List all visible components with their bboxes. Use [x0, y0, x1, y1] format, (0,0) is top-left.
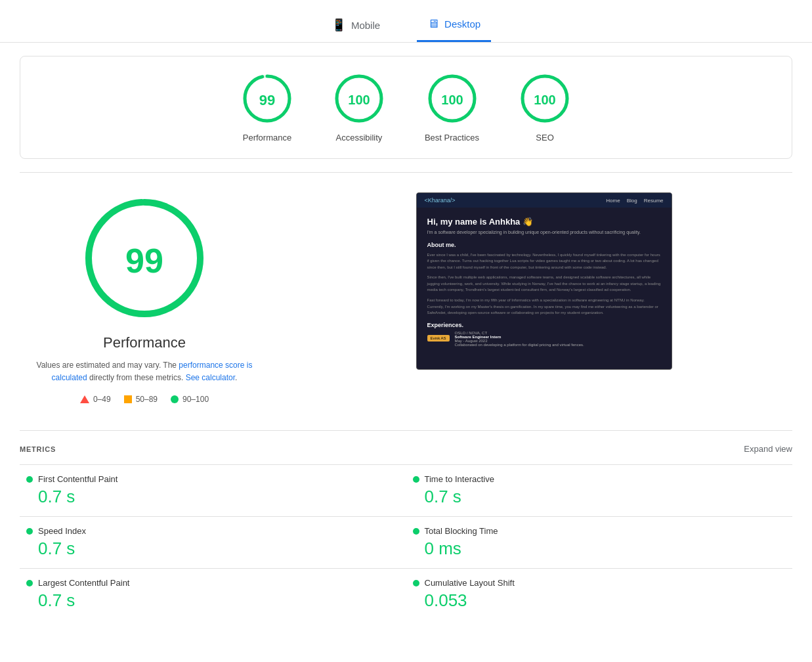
circle-icon	[171, 395, 179, 403]
main-content: 99 Performance Values are estimated and …	[20, 179, 792, 424]
scores-card: 99 Performance 100 Accessibility 100 Bes…	[20, 56, 792, 159]
metric-tti-row: Time to Interactive	[413, 474, 786, 484]
gauge-title: Performance	[103, 334, 186, 351]
gauge-container: 99	[79, 192, 210, 324]
metric-cls-name: Cumulative Layout Shift	[425, 578, 515, 588]
score-circle-accessibility: 100	[333, 72, 385, 125]
tabs-bar: 📱 Mobile 🖥 Desktop	[0, 0, 812, 43]
score-circle-best-practices: 100	[426, 72, 479, 125]
metric-tti[interactable]: Time to Interactive 0.7 s	[406, 464, 793, 516]
desktop-icon: 🖥	[427, 17, 439, 31]
mock-hero: Hi, my name is Anhkha 👋 I'm a software d…	[417, 208, 672, 355]
gauge-desc: Values are estimated and may vary. The p…	[33, 359, 256, 384]
expand-view-button[interactable]: Expand view	[744, 444, 792, 454]
metric-si-dot	[26, 528, 33, 535]
metric-cls-value: 0.053	[413, 590, 786, 611]
metric-tti-name: Time to Interactive	[425, 474, 494, 484]
mock-hero-subtitle: I'm a software developer specializing in…	[427, 229, 661, 236]
metric-lcp-dot	[26, 580, 33, 586]
metric-tbt-row: Total Blocking Time	[413, 526, 786, 536]
metric-lcp-value: 0.7 s	[26, 590, 400, 611]
metric-fcp-value: 0.7 s	[26, 487, 400, 507]
mock-exp-section: Experiences. Evink AS OSLO / NOVA, CT So…	[427, 322, 661, 347]
mock-nav-resume: Resume	[644, 198, 664, 204]
screenshot-section: <Kharana/> Home Blog Resume Hi, my name …	[295, 192, 792, 370]
triangle-icon	[80, 395, 89, 403]
score-accessibility-label: Accessibility	[336, 133, 383, 143]
metric-fcp[interactable]: First Contentful Paint 0.7 s	[20, 464, 406, 516]
score-accessibility[interactable]: 100 Accessibility	[333, 72, 385, 143]
tab-mobile-label: Mobile	[351, 20, 380, 31]
metrics-title: METRICS	[20, 445, 56, 453]
mock-nav-blog: Blog	[627, 198, 637, 204]
metric-cls[interactable]: Cumulative Layout Shift 0.053	[406, 568, 793, 620]
square-icon	[124, 395, 132, 403]
mobile-icon: 📱	[331, 18, 346, 32]
metric-tti-dot	[413, 476, 419, 483]
metric-lcp-row: Largest Contentful Paint	[26, 578, 400, 588]
metric-si-value: 0.7 s	[26, 539, 400, 559]
metric-si-row: Speed Index	[26, 526, 400, 536]
mock-nav-home: Home	[606, 198, 620, 204]
legend: 0–49 50–89 90–100	[80, 395, 209, 404]
score-seo-label: SEO	[536, 133, 553, 143]
gauge-desc-suffix: .	[235, 373, 237, 382]
legend-red-label: 0–49	[93, 395, 111, 404]
metric-fcp-dot	[26, 476, 33, 483]
metric-si[interactable]: Speed Index 0.7 s	[20, 516, 406, 568]
metric-fcp-row: First Contentful Paint	[26, 474, 400, 484]
metric-lcp[interactable]: Largest Contentful Paint 0.7 s	[20, 568, 406, 620]
metrics-header: METRICS Expand view	[20, 444, 792, 454]
metric-tbt-value: 0 ms	[413, 539, 786, 559]
svg-text:99: 99	[125, 242, 163, 280]
metric-cls-row: Cumulative Layout Shift	[413, 578, 786, 588]
tab-mobile[interactable]: 📱 Mobile	[321, 11, 391, 42]
legend-orange-label: 50–89	[136, 395, 158, 404]
mock-about-text2: Since then, I've built multiple web appl…	[427, 275, 661, 294]
mock-about-text1: Ever since I was a child, I've been fasc…	[427, 252, 661, 271]
tab-desktop-label: Desktop	[444, 18, 481, 30]
gauge-svg: 99	[79, 192, 210, 324]
metric-tbt[interactable]: Total Blocking Time 0 ms	[406, 516, 793, 568]
svg-text:100: 100	[348, 93, 370, 107]
metric-tbt-dot	[413, 528, 419, 535]
score-circle-seo: 100	[519, 72, 571, 125]
metrics-section: METRICS Expand view First Contentful Pai…	[20, 431, 792, 633]
metric-lcp-name: Largest Contentful Paint	[38, 578, 129, 588]
score-circle-performance: 99	[241, 72, 293, 125]
mock-exp-title: Experiences.	[427, 322, 661, 328]
scores-divider	[20, 172, 792, 173]
mock-exp-details: OSLO / NOVA, CT Software Engineer Intern…	[455, 331, 584, 347]
score-best-practices-label: Best Practices	[425, 133, 479, 143]
legend-green: 90–100	[171, 395, 209, 404]
score-best-practices[interactable]: 100 Best Practices	[425, 72, 479, 143]
svg-text:99: 99	[259, 92, 275, 108]
gauge-desc-mid: directly from these metrics.	[87, 373, 186, 382]
mock-exp-badge: Evink AS	[427, 331, 450, 347]
mock-nav-links: Home Blog Resume	[606, 198, 663, 204]
mock-about-text3: Fast forward to today, I'm now in my fif…	[427, 298, 661, 317]
gauge-desc-prefix: Values are estimated and may vary. The	[37, 361, 179, 370]
legend-red: 0–49	[80, 395, 111, 404]
metric-cls-dot	[413, 580, 419, 586]
mock-about-title: About me.	[427, 242, 661, 248]
mock-brand: <Kharana/>	[425, 197, 456, 204]
metric-si-name: Speed Index	[38, 526, 86, 536]
score-performance[interactable]: 99 Performance	[241, 72, 293, 143]
metric-tti-value: 0.7 s	[413, 487, 786, 507]
mock-hero-title: Hi, my name is Anhkha 👋	[427, 217, 661, 227]
gauge-link-see[interactable]: See calculator	[186, 373, 235, 382]
mock-exp-item: Evink AS OSLO / NOVA, CT Software Engine…	[427, 331, 661, 347]
mock-nav: <Kharana/> Home Blog Resume	[417, 193, 672, 208]
gauge-section: 99 Performance Values are estimated and …	[20, 192, 269, 404]
score-seo[interactable]: 100 SEO	[519, 72, 571, 143]
metric-tbt-name: Total Blocking Time	[425, 526, 498, 536]
svg-text:100: 100	[441, 93, 463, 107]
metrics-grid: First Contentful Paint 0.7 s Time to Int…	[20, 464, 792, 620]
legend-orange: 50–89	[124, 395, 158, 404]
svg-text:100: 100	[534, 93, 555, 107]
legend-green-label: 90–100	[182, 395, 209, 404]
score-performance-label: Performance	[243, 133, 291, 143]
screenshot-mock: <Kharana/> Home Blog Resume Hi, my name …	[416, 192, 672, 370]
tab-desktop[interactable]: 🖥 Desktop	[417, 11, 491, 42]
